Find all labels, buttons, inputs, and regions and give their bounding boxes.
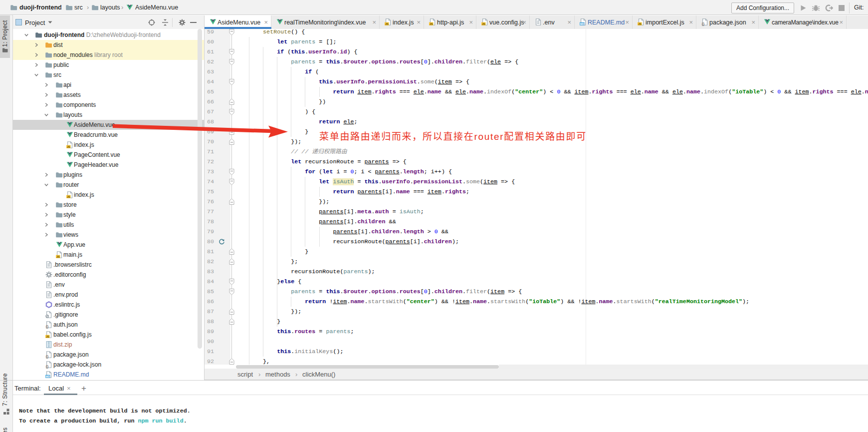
svg-text:{}: {}	[46, 364, 49, 369]
svg-text:JS: JS	[67, 195, 70, 198]
svg-text:JS: JS	[46, 335, 49, 338]
svg-text:JS: JS	[56, 255, 60, 258]
svg-text:JS: JS	[67, 145, 70, 148]
svg-text:{}: {}	[702, 21, 705, 26]
svg-text:JS: JS	[638, 22, 642, 25]
svg-text:{}: {}	[46, 324, 49, 329]
svg-text:{}: {}	[46, 354, 49, 359]
svg-text:JS: JS	[385, 22, 389, 25]
svg-text:JS: JS	[430, 22, 433, 25]
svg-text:MD: MD	[580, 22, 584, 25]
svg-text:MD: MD	[46, 375, 50, 378]
svg-text:JS: JS	[482, 22, 485, 25]
